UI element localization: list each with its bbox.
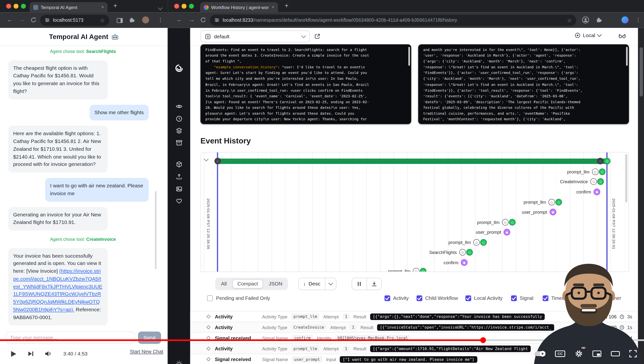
filter-signal[interactable]: Signal bbox=[511, 296, 534, 301]
minimize-window-button[interactable] bbox=[14, 4, 18, 8]
tab-list-chevron-icon[interactable] bbox=[158, 5, 162, 12]
timeline-event[interactable]: prompt_llm◇◇ bbox=[502, 219, 516, 226]
sidebar-archive-icon[interactable] bbox=[176, 139, 182, 146]
namespace-selector[interactable]: default bbox=[200, 30, 310, 42]
sidebar-gallery-icon[interactable] bbox=[176, 186, 182, 192]
next-button[interactable] bbox=[28, 351, 34, 357]
timeline-event[interactable]: user_prompt◆ bbox=[504, 229, 510, 236]
view-option-compact[interactable]: Compact bbox=[232, 279, 263, 288]
address-bar[interactable]: localhost:8233/namespaces/default/workfl… bbox=[210, 15, 576, 26]
panel-scrollbar[interactable] bbox=[408, 47, 410, 66]
event-marker-icon: ◇ bbox=[413, 268, 419, 272]
play-button[interactable] bbox=[11, 350, 17, 358]
tab-favicon bbox=[33, 5, 38, 10]
close-window-button[interactable] bbox=[174, 4, 179, 8]
profile-avatar[interactable] bbox=[622, 16, 629, 24]
browser-menu-icon[interactable]: ⋮ bbox=[636, 17, 641, 23]
timeline-event[interactable]: prompt_llm◇◇ bbox=[592, 168, 606, 175]
tab-temporal-ai-agent[interactable]: Temporal AI Agent × bbox=[30, 2, 108, 12]
sidebar-feedback-heart-icon[interactable] bbox=[176, 198, 182, 204]
checkbox-checked-icon[interactable] bbox=[466, 296, 471, 301]
panel-scrollbar[interactable] bbox=[626, 47, 628, 66]
tab-workflow-history[interactable]: Workflow History | agent-wor × bbox=[200, 2, 278, 12]
video-scrubber[interactable] bbox=[480, 338, 486, 343]
sort-chevron-icon[interactable] bbox=[325, 278, 336, 290]
checkbox-checked-icon[interactable] bbox=[417, 296, 422, 301]
invoice-link[interactable]: (https://invoice.stripe.com/i/acct_1NBOL… bbox=[13, 268, 102, 312]
checkbox-checked-icon[interactable] bbox=[511, 296, 517, 301]
captions-button[interactable]: CC bbox=[555, 350, 565, 357]
cluster-selector[interactable]: Local bbox=[575, 32, 601, 38]
open-in-new-icon[interactable] bbox=[314, 33, 320, 39]
tab-close-icon[interactable]: × bbox=[101, 5, 104, 10]
minimize-window-button[interactable] bbox=[182, 4, 186, 8]
download-button[interactable] bbox=[366, 278, 381, 290]
forward-button[interactable]: → bbox=[188, 16, 195, 23]
profile-circle-icon[interactable] bbox=[582, 16, 589, 25]
volume-button[interactable] bbox=[45, 351, 52, 357]
reload-button[interactable] bbox=[200, 17, 206, 24]
row-expander-icon[interactable] bbox=[206, 314, 210, 318]
sidebar-workflows-icon[interactable] bbox=[176, 103, 182, 110]
back-button[interactable]: ← bbox=[176, 16, 182, 23]
filter-local-activity[interactable]: Local Activity bbox=[466, 296, 502, 301]
message-input[interactable] bbox=[6, 332, 135, 344]
tab-close-icon[interactable]: × bbox=[272, 5, 274, 10]
checkbox-checked-icon[interactable] bbox=[384, 296, 390, 301]
timeline-event[interactable]: confirm◆ bbox=[461, 259, 468, 266]
video-frame: Temporal AI Agent × + ← → localhost:5173… bbox=[0, 0, 644, 364]
app-title: Temporal AI Agent bbox=[49, 33, 108, 41]
data-encoder-glasses-icon[interactable] bbox=[618, 32, 626, 38]
new-tab-button[interactable]: + bbox=[114, 2, 117, 9]
pause-button[interactable] bbox=[352, 278, 366, 290]
timeline-event[interactable]: prompt_llm◇◇ bbox=[473, 239, 487, 246]
timeline-event[interactable]: confirm◆ bbox=[594, 188, 600, 195]
temporal-logo-icon[interactable] bbox=[175, 64, 183, 72]
timeline-event[interactable]: user_prompt◆ bbox=[550, 208, 556, 215]
close-window-button[interactable] bbox=[6, 4, 11, 8]
view-option-all[interactable]: All bbox=[216, 279, 232, 288]
new-tab-button[interactable]: + bbox=[285, 2, 288, 9]
tab-title: Temporal AI Agent bbox=[41, 5, 99, 10]
extensions-puzzle-icon[interactable] bbox=[596, 17, 602, 24]
filter-activity[interactable]: Activity bbox=[384, 296, 408, 301]
zoom-window-button[interactable] bbox=[21, 4, 26, 8]
settings-button[interactable]: HD bbox=[575, 350, 583, 358]
browser-menu-icon[interactable]: ⋮ bbox=[158, 17, 163, 23]
address-bar[interactable]: localhost:5173 ☆ bbox=[40, 15, 109, 26]
extensions-puzzle-icon[interactable] bbox=[129, 17, 135, 24]
zoom-window-button[interactable] bbox=[189, 4, 194, 8]
side-panel-icon[interactable] bbox=[116, 17, 123, 25]
timeline-event[interactable]: CreateInvoice◇◇ bbox=[590, 178, 604, 185]
timeline-event[interactable]: prompt_llm◇◇ bbox=[548, 199, 562, 206]
sidebar-stack-icon[interactable] bbox=[176, 127, 182, 134]
back-button[interactable]: ← bbox=[6, 16, 13, 23]
theater-mode-button[interactable] bbox=[611, 350, 620, 357]
scrollbar-thumb[interactable] bbox=[640, 47, 643, 96]
chat-scrollbar[interactable] bbox=[155, 191, 156, 269]
autoplay-toggle[interactable] bbox=[535, 351, 546, 356]
sidebar-schedules-icon[interactable] bbox=[176, 116, 182, 122]
timeline-scrollbar[interactable] bbox=[625, 154, 627, 203]
filter-child-workflow[interactable]: Child Workflow bbox=[417, 296, 458, 301]
input-code-panel[interactable]: FindEvents: Find an event to travel to 2… bbox=[200, 44, 411, 124]
reload-button[interactable] bbox=[30, 17, 36, 24]
bookmark-star-icon[interactable]: ☆ bbox=[567, 17, 572, 23]
profile-avatar[interactable] bbox=[142, 16, 149, 24]
result-code-panel[interactable]: and month you're interested in for the e… bbox=[418, 44, 629, 124]
sidebar-import-icon[interactable] bbox=[176, 174, 182, 180]
view-option-json[interactable]: JSON bbox=[264, 279, 287, 288]
event-marker-icon: ◇ bbox=[590, 178, 597, 185]
fullscreen-button[interactable] bbox=[629, 350, 637, 358]
sidebar-codec-icon[interactable] bbox=[176, 161, 182, 168]
forward-button[interactable]: → bbox=[19, 16, 25, 23]
timeline-event[interactable]: prompt_llm◇◇ bbox=[413, 268, 426, 272]
bookmark-star-icon[interactable]: ☆ bbox=[100, 17, 105, 23]
timeline-event[interactable]: SearchFlights◇◇ bbox=[459, 249, 473, 256]
row-expander-icon[interactable] bbox=[206, 325, 210, 329]
target-icon bbox=[575, 32, 580, 38]
download-icon bbox=[371, 281, 377, 287]
miniplayer-button[interactable] bbox=[592, 350, 601, 357]
sort-order-control[interactable]: ↓Desc bbox=[298, 278, 336, 290]
send-button[interactable]: Send bbox=[138, 332, 161, 344]
